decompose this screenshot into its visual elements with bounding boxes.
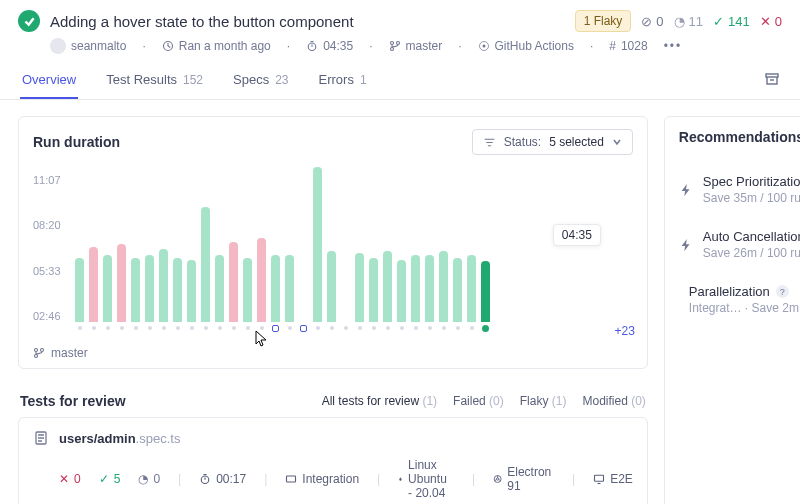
meta-duration: 00:17 xyxy=(199,472,246,486)
more-runs-link[interactable]: +23 xyxy=(614,324,634,338)
chart-bar[interactable] xyxy=(383,251,392,322)
timeline-dot xyxy=(145,326,154,330)
timeline-dot xyxy=(187,326,196,330)
chart-bar[interactable] xyxy=(439,251,448,322)
test-spec-card: users/admin.spec.ts ✕ 0 ✓ 5 ◔ 0 | 00:17 … xyxy=(18,417,648,504)
timeline-dot xyxy=(411,326,420,330)
timeline-dot xyxy=(299,325,308,332)
timeline-dot xyxy=(425,326,434,330)
chart-bar[interactable] xyxy=(229,242,238,322)
archive-icon[interactable] xyxy=(764,71,780,90)
chart-bar[interactable] xyxy=(75,258,84,322)
status-dropdown[interactable]: Status:5 selected xyxy=(472,129,633,155)
flaky-badge[interactable]: 1 Flaky xyxy=(575,10,632,32)
chart-bar[interactable] xyxy=(103,255,112,322)
help-icon[interactable]: ? xyxy=(776,285,789,298)
timeline-dot xyxy=(285,326,294,330)
chart-bar[interactable] xyxy=(89,247,98,322)
bolt-icon xyxy=(679,238,693,252)
chart-bar[interactable] xyxy=(173,258,182,322)
timeline-dot xyxy=(173,326,182,330)
timeline-dot xyxy=(75,326,84,330)
timeline-dot xyxy=(439,326,448,330)
svg-point-10 xyxy=(41,349,44,352)
svg-rect-13 xyxy=(287,476,296,482)
test-filter[interactable]: Failed (0) xyxy=(453,394,504,408)
run-duration-title: Run duration xyxy=(33,134,120,150)
chart-bar[interactable] xyxy=(481,261,490,322)
timeline-dot xyxy=(453,326,462,330)
chart-bar[interactable] xyxy=(117,244,126,322)
timeline-dot xyxy=(159,326,168,330)
tab-errors[interactable]: Errors1 xyxy=(317,62,369,99)
timeline-dot xyxy=(467,326,476,330)
meta-type: Integration xyxy=(285,472,359,486)
timeline-dot xyxy=(383,326,392,330)
chart-bar[interactable] xyxy=(453,258,462,322)
metric-pending: ◔11 xyxy=(674,14,703,29)
ci-provider[interactable]: GitHub Actions xyxy=(478,39,574,53)
timeline-dot xyxy=(481,325,490,332)
chart-bar[interactable] xyxy=(271,255,280,322)
timeline-dot xyxy=(257,326,266,330)
chart-bar[interactable] xyxy=(397,260,406,322)
chart-bar[interactable] xyxy=(201,207,210,322)
svg-point-15 xyxy=(496,478,498,480)
bolt-icon xyxy=(679,183,693,197)
svg-point-9 xyxy=(35,355,38,358)
branch[interactable]: master xyxy=(389,39,443,53)
run-duration-card: Run duration Status:5 selected 11:07 08:… xyxy=(18,116,648,369)
chart-bar[interactable] xyxy=(131,258,140,322)
chart-bar[interactable] xyxy=(425,255,434,322)
meta-os: Linux Ubuntu - 20.04 xyxy=(398,458,454,500)
meta-browser: Electron 91 xyxy=(493,465,554,493)
author[interactable]: seanmalto xyxy=(50,38,126,54)
bar-tooltip: 04:35 xyxy=(553,224,601,246)
timeline-dot xyxy=(355,326,364,330)
chart-bar[interactable] xyxy=(369,258,378,322)
test-filter[interactable]: All tests for review (1) xyxy=(322,394,437,408)
chevron-down-icon xyxy=(612,137,622,147)
chart-bar[interactable] xyxy=(313,167,322,322)
chart-bar[interactable] xyxy=(467,255,476,322)
more-menu-icon[interactable]: ••• xyxy=(664,39,683,53)
avatar-icon xyxy=(50,38,66,54)
run-duration-chart[interactable]: 11:07 08:20 05:33 02:46 04:35 +23 master xyxy=(19,168,647,368)
run-number[interactable]: #1028 xyxy=(609,39,647,53)
recommendations-title: Recommendations xyxy=(679,129,800,145)
timeline-dot xyxy=(117,326,126,330)
y-tick: 05:33 xyxy=(33,265,69,277)
chart-bar[interactable] xyxy=(243,258,252,322)
test-filter[interactable]: Flaky (1) xyxy=(520,394,567,408)
svg-point-4 xyxy=(396,42,399,45)
chart-bar[interactable] xyxy=(327,251,336,322)
tab-overview[interactable]: Overview xyxy=(20,62,78,99)
chart-bar[interactable] xyxy=(257,238,266,322)
timeline-dot xyxy=(341,326,350,330)
timeline-dot xyxy=(243,326,252,330)
chart-bar[interactable] xyxy=(159,249,168,322)
tab-test-results[interactable]: Test Results152 xyxy=(104,62,205,99)
spec-file: users/admin.spec.ts xyxy=(59,431,180,446)
chart-bar[interactable] xyxy=(215,255,224,322)
test-filter[interactable]: Modified (0) xyxy=(582,394,645,408)
chart-bar[interactable] xyxy=(411,255,420,322)
recommendation-item: Spec Prioritization?Save 35m / 100 runsE… xyxy=(665,162,800,217)
chart-bar[interactable] xyxy=(285,255,294,322)
chart-bar[interactable] xyxy=(145,255,154,322)
branch-icon xyxy=(33,347,45,359)
y-tick: 02:46 xyxy=(33,310,69,322)
metric-skipped: ⊘0 xyxy=(641,14,663,29)
duration: 04:35 xyxy=(306,39,353,53)
meta-failed: ✕ 0 xyxy=(59,472,81,486)
svg-point-3 xyxy=(390,48,393,51)
timeline-dot xyxy=(397,326,406,330)
tests-title: Tests for review xyxy=(20,393,126,409)
svg-rect-16 xyxy=(595,475,604,481)
tab-specs[interactable]: Specs23 xyxy=(231,62,291,99)
timeline-dot xyxy=(201,326,210,330)
chart-bar[interactable] xyxy=(187,260,196,322)
metric-passed: ✓141 xyxy=(713,14,750,29)
filter-icon xyxy=(483,136,496,149)
chart-bar[interactable] xyxy=(355,253,364,322)
